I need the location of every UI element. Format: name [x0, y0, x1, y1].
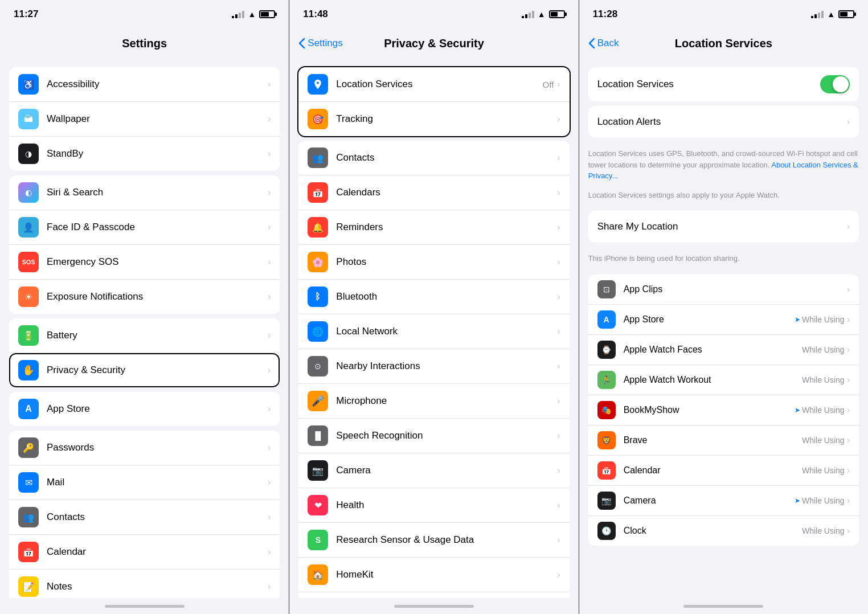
- brave-icon: 🦁: [597, 431, 616, 449]
- contacts-icon-row: 👥: [18, 507, 39, 527]
- homekit-icon: 🏠: [308, 564, 328, 585]
- bluetooth-row[interactable]: ᛒ Bluetooth ›: [298, 280, 569, 314]
- clock-row[interactable]: 🕐 Clock While Using ›: [588, 516, 859, 546]
- contacts-perm-label: Contacts: [336, 152, 557, 163]
- emergency-sos-row[interactable]: SOS Emergency SOS ›: [9, 245, 280, 280]
- homekit-row[interactable]: 🏠 HomeKit ›: [298, 558, 569, 592]
- mail-row[interactable]: ✉ Mail ›: [9, 465, 280, 500]
- time-3: 11:28: [593, 9, 617, 20]
- contacts-perm-row[interactable]: 👥 Contacts ›: [298, 141, 569, 175]
- calendar-loc-row[interactable]: 📅 Calendar While Using ›: [588, 456, 859, 486]
- passwords-row[interactable]: 🔑 Passwords ›: [9, 431, 280, 465]
- location-toggle-row[interactable]: Location Services: [588, 67, 859, 101]
- privacy-icon: ✋: [18, 360, 39, 380]
- speech-label: Speech Recognition: [336, 430, 557, 441]
- standby-label: StandBy: [47, 148, 268, 159]
- wallpaper-row[interactable]: 🏔 Wallpaper ›: [9, 102, 280, 137]
- research-row[interactable]: S Research Sensor & Usage Data ›: [298, 523, 569, 558]
- location-scroll[interactable]: Location Services Location Alerts › Loca…: [579, 58, 868, 598]
- settings-panel: 11:27 ▲ Settings ♿ Accessibility: [0, 0, 289, 614]
- tracking-row[interactable]: 🎯 Tracking ›: [298, 102, 569, 136]
- watch-workout-row[interactable]: 🏃 Apple Watch Workout While Using ›: [588, 365, 859, 395]
- signal-icon: [232, 11, 244, 18]
- location-services-value: Off: [543, 80, 554, 89]
- share-location-row[interactable]: Share My Location ›: [588, 211, 859, 243]
- nearby-row[interactable]: ⊙ Nearby Interactions ›: [298, 349, 569, 384]
- calendar-row[interactable]: 📅 Calendar ›: [9, 535, 280, 570]
- app-store-loc-row[interactable]: A App Store ➤ While Using ›: [588, 305, 859, 335]
- location-services-row[interactable]: Location Services Off ›: [298, 67, 569, 102]
- notes-label: Notes: [47, 581, 268, 592]
- faceid-icon: 👤: [18, 217, 39, 238]
- page-title-1: Settings: [122, 37, 167, 50]
- settings-scroll-1[interactable]: ♿ Accessibility › 🏔 Wallpaper › ◑ StandB…: [0, 58, 289, 598]
- bookmyshow-row[interactable]: 🎭 BookMyShow ➤ While Using ›: [588, 395, 859, 425]
- home-indicator-3: [579, 598, 868, 614]
- faceid-row[interactable]: 👤 Face ID & Passcode ›: [9, 210, 280, 245]
- speech-row[interactable]: ▐▌ Speech Recognition ›: [298, 419, 569, 453]
- location-description: Location Services uses GPS, Bluetooth, a…: [579, 142, 868, 187]
- calendar-loc-icon: 📅: [597, 461, 616, 480]
- notes-row[interactable]: 📝 Notes ›: [9, 570, 280, 598]
- settings-group-3: 🔋 Battery › ✋ Privacy & Security ›: [9, 318, 280, 387]
- appstore-row[interactable]: A App Store ›: [9, 392, 280, 426]
- app-store-loc-icon: A: [597, 310, 616, 329]
- status-icons-2: ▲: [522, 10, 565, 19]
- battery-icon-row: 🔋: [18, 325, 39, 346]
- watch-faces-row[interactable]: ⌚ Apple Watch Faces While Using ›: [588, 335, 859, 365]
- back-label-3: Back: [597, 38, 619, 49]
- contacts-perm-icon: 👥: [308, 148, 328, 168]
- status-icons-1: ▲: [232, 10, 275, 19]
- camera-loc-permission: ➤ While Using: [795, 496, 845, 505]
- microphone-row[interactable]: 🎤 Microphone ›: [298, 384, 569, 419]
- privacy-scroll[interactable]: Location Services Off › 🎯 Tracking › 👥 C…: [289, 58, 578, 598]
- nav-bar-1: Settings: [0, 28, 289, 58]
- apple-watch-desc: Location Services settings also apply to…: [579, 187, 868, 207]
- health-label: Health: [336, 500, 557, 511]
- health-row[interactable]: ❤ Health ›: [298, 488, 569, 523]
- location-alerts-row[interactable]: Location Alerts ›: [588, 106, 859, 138]
- app-clips-row[interactable]: ⊡ App Clips ›: [588, 275, 859, 305]
- clock-name: Clock: [624, 526, 802, 536]
- contacts-row[interactable]: 👥 Contacts ›: [9, 500, 280, 535]
- speech-icon: ▐▌: [308, 425, 328, 446]
- bookmyshow-permission: ➤ While Using: [795, 406, 845, 415]
- back-button-3[interactable]: Back: [588, 38, 619, 49]
- photos-row[interactable]: 🌸 Photos ›: [298, 245, 569, 280]
- camera-loc-row[interactable]: 📷 Camera ➤ While Using ›: [588, 486, 859, 516]
- camera-perm-icon: 📷: [308, 460, 328, 481]
- calendars-row[interactable]: 📅 Calendars ›: [298, 175, 569, 210]
- wifi-icon-2: ▲: [538, 10, 546, 19]
- reminders-row[interactable]: 🔔 Reminders ›: [298, 210, 569, 245]
- page-title-3: Location Services: [675, 37, 772, 50]
- standby-row[interactable]: ◑ StandBy ›: [9, 137, 280, 171]
- battery-row[interactable]: 🔋 Battery ›: [9, 318, 280, 353]
- media-row[interactable]: ♪ Media & Apple Music ›: [298, 592, 569, 598]
- back-chevron-icon-3: [588, 38, 595, 49]
- brave-row[interactable]: 🦁 Brave While Using ›: [588, 425, 859, 456]
- standby-icon: ◑: [18, 144, 39, 164]
- location-toggle[interactable]: [820, 75, 850, 93]
- camera-perm-label: Camera: [336, 465, 557, 476]
- settings-group-1: ♿ Accessibility › 🏔 Wallpaper › ◑ StandB…: [9, 67, 280, 171]
- privacy-security-row[interactable]: ✋ Privacy & Security ›: [9, 353, 280, 387]
- local-network-label: Local Network: [336, 326, 557, 337]
- back-label-2: Settings: [308, 38, 342, 49]
- exposure-row[interactable]: ☀ Exposure Notifications ›: [9, 280, 280, 314]
- appstore-icon: A: [18, 399, 39, 419]
- calendar-loc-name: Calendar: [624, 465, 802, 476]
- siri-row[interactable]: ◐ Siri & Search ›: [9, 175, 280, 210]
- sos-icon: SOS: [18, 252, 39, 272]
- local-network-row[interactable]: 🌐 Local Network ›: [298, 314, 569, 349]
- location-services-icon: [308, 74, 328, 95]
- camera-perm-row[interactable]: 📷 Camera ›: [298, 453, 569, 488]
- calendar-loc-permission: While Using: [802, 466, 845, 475]
- contacts-label: Contacts: [47, 511, 268, 523]
- page-title-2: Privacy & Security: [384, 37, 484, 50]
- exposure-icon: ☀: [18, 286, 39, 307]
- back-button-2[interactable]: Settings: [298, 38, 342, 49]
- battery-icon-1: [259, 10, 275, 18]
- calendar-label: Calendar: [47, 546, 268, 558]
- accessibility-row[interactable]: ♿ Accessibility ›: [9, 67, 280, 102]
- research-icon: S: [308, 530, 328, 550]
